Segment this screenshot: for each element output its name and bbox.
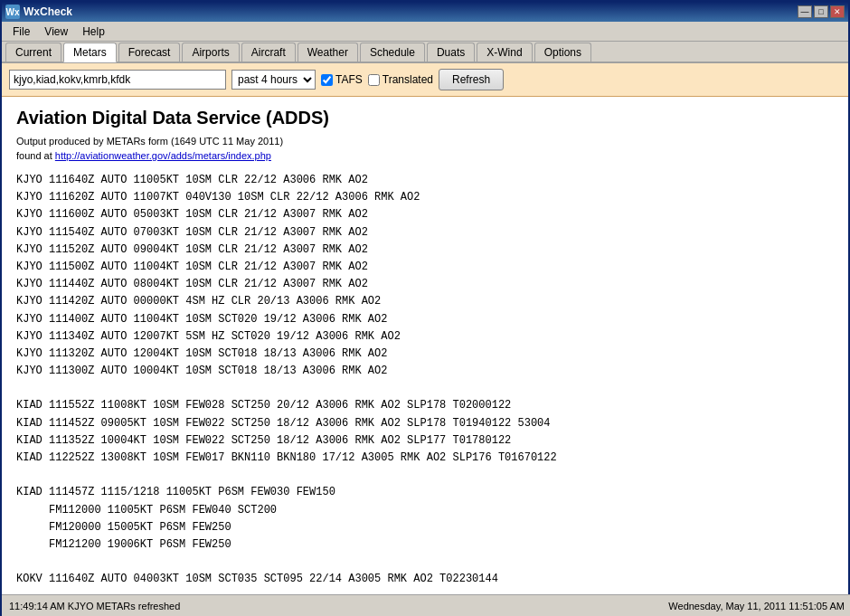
- main-window: Wx WxCheck — □ ✕ File View Help Current …: [0, 0, 850, 616]
- tafs-label[interactable]: TAFS: [321, 73, 363, 86]
- window-title: WxCheck: [24, 5, 72, 18]
- time-range-select[interactable]: past 4 hours past 2 hours past 1 hour pa…: [231, 70, 316, 90]
- content-heading: Aviation Digital Data Service (ADDS): [16, 108, 834, 128]
- tab-bar: Current Metars Forecast Airports Aircraf…: [2, 42, 848, 63]
- status-bar: 11:49:14 AM KJYO METARs refreshed Wednes…: [2, 594, 850, 616]
- translated-checkbox[interactable]: [368, 74, 380, 86]
- tab-xwind[interactable]: X-Wind: [477, 43, 532, 62]
- tab-duats[interactable]: Duats: [427, 43, 475, 62]
- minimize-button[interactable]: —: [798, 5, 812, 18]
- found-at-line: found at http://aviationweather.gov/adds…: [16, 150, 834, 161]
- found-at-link[interactable]: http://aviationweather.gov/adds/metars/i…: [55, 150, 271, 161]
- content-area[interactable]: Aviation Digital Data Service (ADDS) Out…: [2, 97, 848, 597]
- tab-metars[interactable]: Metars: [63, 43, 117, 62]
- title-bar-buttons: — □ ✕: [798, 5, 845, 18]
- found-at-prefix: found at: [16, 150, 55, 161]
- close-button[interactable]: ✕: [830, 5, 845, 18]
- tafs-label-text: TAFS: [335, 73, 363, 86]
- content-wrapper: Aviation Digital Data Service (ADDS) Out…: [2, 97, 848, 597]
- tafs-checkbox[interactable]: [321, 74, 333, 86]
- title-bar-left: Wx WxCheck: [5, 5, 72, 19]
- stations-input[interactable]: [9, 70, 226, 90]
- translated-label[interactable]: Translated: [368, 73, 433, 86]
- refresh-button[interactable]: Refresh: [439, 69, 504, 90]
- status-right: Wednesday, May 11, 2011 11:51:05 AM: [668, 601, 845, 611]
- app-icon: Wx: [5, 5, 20, 19]
- menu-view[interactable]: View: [37, 24, 75, 40]
- tab-options[interactable]: Options: [534, 43, 591, 62]
- tab-forecast[interactable]: Forecast: [118, 43, 181, 62]
- status-left: 11:49:14 AM KJYO METARs refreshed: [9, 601, 180, 611]
- menu-bar: File View Help: [2, 22, 848, 42]
- title-bar: Wx WxCheck — □ ✕: [2, 2, 848, 22]
- tab-airports[interactable]: Airports: [182, 43, 239, 62]
- menu-file[interactable]: File: [5, 24, 37, 40]
- maximize-button[interactable]: □: [814, 5, 828, 18]
- tab-aircraft[interactable]: Aircraft: [241, 43, 296, 62]
- translated-label-text: Translated: [382, 73, 433, 86]
- metar-data: KJYO 111640Z AUTO 11005KT 10SM CLR 22/12…: [16, 172, 834, 589]
- tab-schedule[interactable]: Schedule: [360, 43, 425, 62]
- tab-current[interactable]: Current: [5, 43, 61, 62]
- toolbar: past 4 hours past 2 hours past 1 hour pa…: [2, 63, 848, 97]
- tab-weather[interactable]: Weather: [298, 43, 358, 62]
- output-line: Output produced by METARs form (1649 UTC…: [16, 136, 834, 147]
- menu-help[interactable]: Help: [75, 24, 112, 40]
